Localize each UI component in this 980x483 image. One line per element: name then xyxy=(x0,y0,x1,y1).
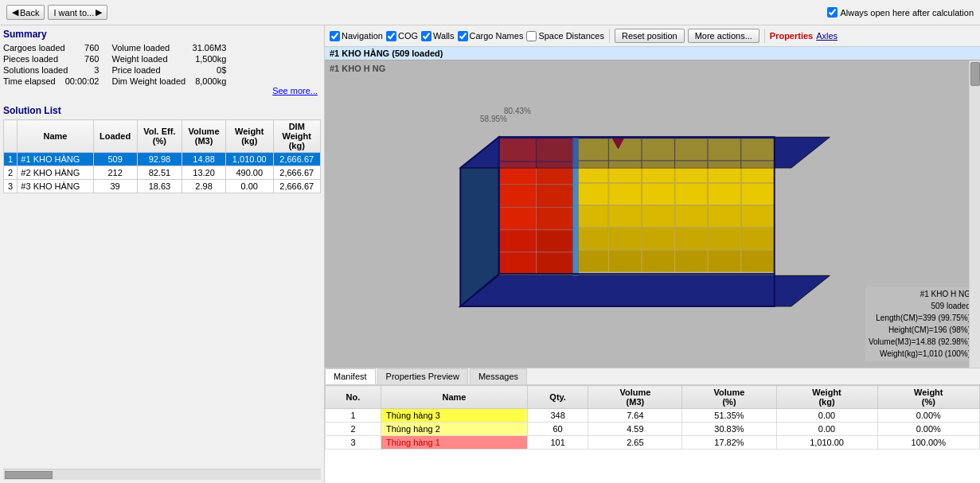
svg-rect-47 xyxy=(498,230,535,251)
mrow2-weight-kg: 0.00 xyxy=(776,423,877,436)
navigation-label: Navigation xyxy=(342,31,383,41)
col-name: Name xyxy=(18,120,93,153)
svg-rect-25 xyxy=(708,205,740,227)
info-line5: Volume(M3)=14.88 (92.98%) xyxy=(869,336,970,348)
table-row[interactable]: 2 #2 KHO HÀNG 212 82.51 13.20 490.00 2,6… xyxy=(4,166,321,180)
info-line2: 509 loaded xyxy=(869,300,970,312)
solution-table: Name Loaded Vol. Eff.(%) Volume(M3) Weig… xyxy=(3,119,321,193)
walls-checkbox-item[interactable]: Walls xyxy=(421,31,454,41)
svg-rect-33 xyxy=(576,250,608,271)
iwantto-button[interactable]: I want to... ▶ xyxy=(48,5,107,20)
summary-row-solutions: Solutions loaded 3 xyxy=(3,65,99,75)
viz-subtitle: #1 KHO H NG xyxy=(330,64,385,73)
svg-rect-28 xyxy=(608,228,641,249)
toolbar-separator-2 xyxy=(764,29,765,43)
cog-checkbox[interactable] xyxy=(386,31,396,41)
tab-bar: Manifest Properties Preview Messages xyxy=(325,368,980,385)
mrow2-qty: 60 xyxy=(527,423,588,436)
scrollbar-thumb[interactable] xyxy=(970,62,980,86)
mrow2-vol-m3: 4.59 xyxy=(588,423,682,436)
mrow1-vol-m3: 7.64 xyxy=(588,409,682,423)
axles-button[interactable]: Axles xyxy=(816,31,837,41)
svg-rect-22 xyxy=(608,205,641,227)
svg-rect-16 xyxy=(608,183,641,204)
summary-title: Summary xyxy=(3,29,321,40)
col-num xyxy=(4,120,18,153)
svg-rect-19 xyxy=(708,183,740,204)
svg-rect-46 xyxy=(537,208,575,229)
manifest-row[interactable]: 1 Thùng hàng 3 348 7.64 51.35% 0.00 0.00… xyxy=(326,409,980,423)
navigation-checkbox[interactable] xyxy=(330,31,340,41)
viz-header: #1 KHO HÀNG (509 loaded) xyxy=(325,47,980,60)
summary-row-time: Time elapsed 00:00:02 xyxy=(3,76,99,86)
tab-messages[interactable]: Messages xyxy=(470,368,527,384)
svg-rect-38 xyxy=(741,250,775,271)
info-line3: Length(CM)=399 (99.75%) xyxy=(869,312,970,324)
manifest-col-no: No. xyxy=(326,386,381,409)
see-more-link[interactable]: See more... xyxy=(3,86,321,95)
more-actions-button[interactable]: More actions... xyxy=(688,29,759,43)
viz-3d-area[interactable]: #1 KHO H NG 58.95% 80.43% xyxy=(325,60,980,368)
navigation-checkbox-item[interactable]: Navigation xyxy=(330,31,383,41)
cargo-3d-svg xyxy=(422,91,884,337)
back-button[interactable]: ◀ Back xyxy=(6,5,45,20)
mrow3-weight-pct: 100.00% xyxy=(877,436,979,450)
row2-vol-eff: 82.51 xyxy=(137,166,182,180)
solution-table-header: Name Loaded Vol. Eff.(%) Volume(M3) Weig… xyxy=(4,120,321,153)
horizontal-scrollbar[interactable] xyxy=(3,469,321,480)
properties-button[interactable]: Properties xyxy=(770,31,813,41)
manifest-row[interactable]: 2 Thùng hàng 2 60 4.59 30.83% 0.00 0.00% xyxy=(326,423,980,436)
space-distances-checkbox[interactable] xyxy=(526,31,537,41)
svg-rect-15 xyxy=(576,183,608,204)
mrow1-vol-pct: 51.35% xyxy=(682,409,776,423)
mrow2-vol-pct: 30.83% xyxy=(682,423,776,436)
cargo-names-checkbox[interactable] xyxy=(458,31,468,41)
svg-rect-44 xyxy=(537,185,575,207)
summary-row-dim: Dim Weight loaded 8,000kg xyxy=(111,76,226,86)
mrow3-no: 3 xyxy=(326,436,381,450)
table-row[interactable]: 3 #3 KHO HÀNG 39 18.63 2.98 0.00 2,666.6… xyxy=(4,180,321,193)
col-volume: Volume(M3) xyxy=(182,120,226,153)
pct-label-1: 58.95% xyxy=(480,115,507,123)
cargoes-label: Cargoes loaded xyxy=(3,43,65,53)
viz-vertical-scrollbar[interactable] xyxy=(969,60,980,368)
row1-name: #1 KHO HÀNG xyxy=(18,153,93,166)
always-open-checkbox[interactable] xyxy=(827,7,837,18)
mrow2-no: 2 xyxy=(326,423,381,436)
row3-vol-eff: 18.63 xyxy=(137,180,182,193)
row2-name: #2 KHO HÀNG xyxy=(18,166,93,180)
cog-checkbox-item[interactable]: COG xyxy=(386,31,418,41)
svg-rect-35 xyxy=(642,250,674,271)
mrow1-no: 1 xyxy=(326,409,381,423)
row2-loaded: 212 xyxy=(93,166,137,180)
row1-volume: 14.88 xyxy=(182,153,226,166)
row2-dim: 2,666.67 xyxy=(273,166,321,180)
cargo-names-checkbox-item[interactable]: Cargo Names xyxy=(458,31,524,41)
space-distances-checkbox-item[interactable]: Space Distances xyxy=(526,31,604,41)
tab-manifest[interactable]: Manifest xyxy=(325,368,376,384)
summary-section: Summary Cargoes loaded 760 Pieces loaded… xyxy=(3,29,321,95)
volume-label: Volume loaded xyxy=(111,43,170,53)
row2-num: 2 xyxy=(4,166,18,180)
solutions-label: Solutions loaded xyxy=(3,65,68,75)
table-row[interactable]: 1 #1 KHO HÀNG 509 92.98 14.88 1,010.00 2… xyxy=(4,153,321,166)
viz-toolbar: Navigation COG Walls Cargo Names Space D… xyxy=(325,25,980,47)
mrow1-weight-pct: 0.00% xyxy=(877,409,979,423)
info-line1: #1 KHO H NG xyxy=(869,288,970,300)
bottom-section: Manifest Properties Preview Messages No.… xyxy=(325,368,980,483)
manifest-col-vol-m3: Volume(M3) xyxy=(588,386,682,409)
manifest-content: No. Name Qty. Volume(M3) Volume(%) Weigh… xyxy=(325,385,980,480)
manifest-row[interactable]: 3 Thùng hàng 1 101 2.65 17.82% 1,010.00 … xyxy=(326,436,980,450)
mrow1-qty: 348 xyxy=(527,409,588,423)
mrow3-weight-kg: 1,010.00 xyxy=(776,436,877,450)
viz-area-wrapper: #1 KHO HÀNG (509 loaded) #1 KHO H NG 58.… xyxy=(325,47,980,483)
main-container: Summary Cargoes loaded 760 Pieces loaded… xyxy=(0,25,980,483)
tab-properties-preview[interactable]: Properties Preview xyxy=(377,368,468,384)
svg-rect-23 xyxy=(642,205,674,227)
volume-value: 31.06M3 xyxy=(193,43,227,53)
scroll-thumb[interactable] xyxy=(5,471,53,479)
walls-checkbox[interactable] xyxy=(421,31,431,41)
row3-num: 3 xyxy=(4,180,18,193)
row3-weight: 0.00 xyxy=(226,180,273,193)
reset-position-button[interactable]: Reset position xyxy=(615,29,685,43)
